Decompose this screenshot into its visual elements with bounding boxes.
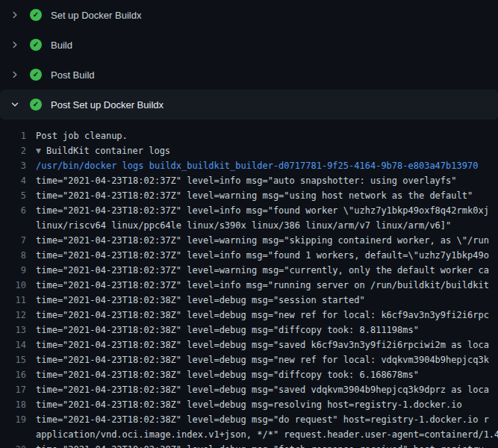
log-line-text: time="2021-04-23T18:02:37Z" level=info m…: [36, 203, 489, 218]
log-line: 1 Post job cleanup.: [0, 128, 498, 143]
log-line-text: /usr/bin/docker logs buildx_buildkit_bui…: [36, 158, 478, 173]
step-section-header[interactable]: ✓ Set up Docker Buildx: [0, 0, 498, 30]
chevron-icon: [9, 69, 21, 81]
log-line-text: time="2021-04-23T18:02:38Z" level=debug …: [36, 308, 489, 323]
group-label: BuildKit container logs: [46, 146, 170, 156]
log-line: 20 time="2021-04-23T18:02:38Z" level=deb…: [0, 442, 498, 448]
log-line-text: time="2021-04-23T18:02:37Z" level=warnin…: [36, 233, 489, 248]
log-line: 18 time="2021-04-23T18:02:38Z" level=deb…: [0, 397, 498, 412]
log-line-number[interactable]: 8: [0, 248, 36, 263]
chevron-icon: [9, 39, 21, 51]
log-line-text: time="2021-04-23T18:02:37Z" level=warnin…: [36, 263, 489, 278]
step-section-label: Build: [51, 40, 72, 51]
log-line-number[interactable]: 16: [0, 367, 36, 382]
step-section-label: Post Build: [51, 69, 95, 81]
success-check-icon: ✓: [30, 39, 42, 51]
log-line-text: time="2021-04-23T18:02:37Z" level=warnin…: [36, 188, 473, 203]
log-line-number[interactable]: 1: [0, 128, 36, 143]
log-line-number[interactable]: [0, 427, 36, 442]
success-check-icon: ✓: [30, 69, 42, 81]
log-line-number[interactable]: 18: [0, 397, 36, 412]
log-line: 15 time="2021-04-23T18:02:38Z" level=deb…: [0, 352, 498, 367]
log-line-number[interactable]: 14: [0, 337, 36, 352]
chevron-icon: [9, 99, 21, 111]
log-line-text: time="2021-04-23T18:02:38Z" level=debug …: [36, 293, 365, 308]
log-line: 16 time="2021-04-23T18:02:38Z" level=deb…: [0, 367, 498, 382]
log-line: 12 time="2021-04-23T18:02:38Z" level=deb…: [0, 308, 498, 323]
log-line-number[interactable]: 12: [0, 308, 36, 323]
log-line: 7 time="2021-04-23T18:02:37Z" level=warn…: [0, 233, 498, 248]
log-line: 19 time="2021-04-23T18:02:38Z" level=deb…: [0, 412, 498, 427]
log-line: 8 time="2021-04-23T18:02:37Z" level=info…: [0, 248, 498, 263]
success-check-icon: ✓: [30, 9, 42, 21]
log-line-text: time="2021-04-23T18:02:37Z" level=info m…: [36, 248, 489, 263]
log-line-number[interactable]: 11: [0, 293, 36, 308]
log-line: 11 time="2021-04-23T18:02:38Z" level=deb…: [0, 293, 498, 308]
log-line-number[interactable]: 19: [0, 412, 36, 427]
log-line-text: time="2021-04-23T18:02:38Z" level=debug …: [36, 382, 489, 397]
log-line-text: time="2021-04-23T18:02:37Z" level=info m…: [36, 173, 457, 188]
chevron-icon: [9, 9, 21, 21]
log-line-text: ▼BuildKit container logs: [36, 143, 170, 158]
log-line: 9 time="2021-04-23T18:02:37Z" level=warn…: [0, 263, 498, 278]
log-line-number[interactable]: 15: [0, 352, 36, 367]
log-line-text: time="2021-04-23T18:02:38Z" level=debug …: [36, 337, 489, 352]
log-line-number[interactable]: 10: [0, 278, 36, 293]
log-line: 6 time="2021-04-23T18:02:37Z" level=info…: [0, 203, 498, 218]
log-line-text: application/vnd.oci.image.index.v1+json,…: [36, 427, 498, 442]
log-line: 5 time="2021-04-23T18:02:37Z" level=warn…: [0, 188, 498, 203]
log-line-number[interactable]: 7: [0, 233, 36, 248]
log-line-number[interactable]: 5: [0, 188, 36, 203]
log-line-text: time="2021-04-23T18:02:38Z" level=debug …: [36, 323, 419, 337]
log-line: 17 time="2021-04-23T18:02:38Z" level=deb…: [0, 382, 498, 397]
step-section-header[interactable]: ✓ Post Build: [0, 60, 498, 90]
log-line-number[interactable]: [0, 218, 36, 233]
log-line[interactable]: 2 ▼BuildKit container logs: [0, 143, 498, 158]
step-section-label: Post Set up Docker Buildx: [51, 99, 164, 111]
step-sections: ✓ Set up Docker Buildx ✓ Build ✓ Post Bu…: [0, 0, 498, 119]
success-check-icon: ✓: [30, 99, 42, 111]
log-line-text: time="2021-04-23T18:02:38Z" level=debug …: [36, 412, 489, 427]
step-section-header[interactable]: ✓ Build: [0, 30, 498, 60]
log-line-text: linux/riscv64 linux/ppc64le linux/s390x …: [36, 218, 451, 233]
log-line: 4 time="2021-04-23T18:02:37Z" level=info…: [0, 173, 498, 188]
log-line-number[interactable]: 20: [0, 442, 36, 448]
step-section-label: Set up Docker Buildx: [51, 10, 141, 21]
log-line-number[interactable]: 9: [0, 263, 36, 278]
log-line: 14 time="2021-04-23T18:02:38Z" level=deb…: [0, 337, 498, 352]
log-line-number[interactable]: 4: [0, 173, 36, 188]
log-line-number[interactable]: 17: [0, 382, 36, 397]
log-line: 13 time="2021-04-23T18:02:38Z" level=deb…: [0, 323, 498, 337]
step-section-header[interactable]: ✓ Post Set up Docker Buildx: [0, 90, 498, 119]
log-line-number[interactable]: 3: [0, 158, 36, 173]
log-line-text: time="2021-04-23T18:02:38Z" level=debug …: [36, 442, 489, 448]
log-line-text: time="2021-04-23T18:02:38Z" level=debug …: [36, 367, 419, 382]
actions-log-viewer: ✓ Set up Docker Buildx ✓ Build ✓ Post Bu…: [0, 0, 498, 448]
log-line-number[interactable]: 6: [0, 203, 36, 218]
log-line-continuation: linux/riscv64 linux/ppc64le linux/s390x …: [0, 218, 498, 233]
log-line-text: time="2021-04-23T18:02:37Z" level=info m…: [36, 278, 489, 293]
log-line-text: time="2021-04-23T18:02:38Z" level=debug …: [36, 352, 489, 367]
log-line: 3 /usr/bin/docker logs buildx_buildkit_b…: [0, 158, 498, 173]
log-line-text: Post job cleanup.: [36, 128, 128, 143]
log-line-continuation: application/vnd.oci.image.index.v1+json,…: [0, 427, 498, 442]
log-line-number[interactable]: 13: [0, 323, 36, 337]
log-line-text: time="2021-04-23T18:02:38Z" level=debug …: [36, 397, 462, 412]
log-output: 1 Post job cleanup. 2 ▼BuildKit containe…: [0, 119, 498, 448]
log-line: 10 time="2021-04-23T18:02:37Z" level=inf…: [0, 278, 498, 293]
group-toggle-icon[interactable]: ▼: [36, 143, 41, 158]
log-line-number[interactable]: 2: [0, 143, 36, 158]
